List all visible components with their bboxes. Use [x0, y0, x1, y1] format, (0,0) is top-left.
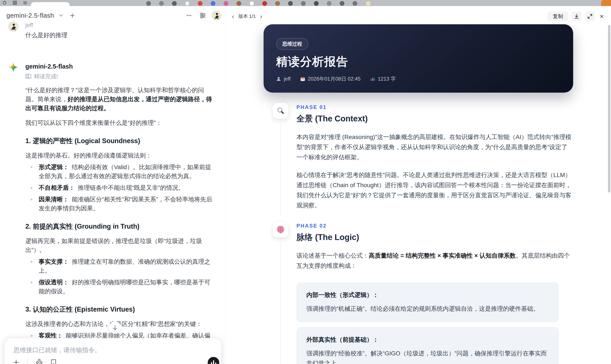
version-navigator: ‹ 版本 1/1 › [231, 13, 263, 20]
browser-grid-icon[interactable] [13, 0, 17, 5]
browser-extension-icon[interactable] [224, 1, 228, 6]
close-button[interactable]: × [598, 13, 605, 20]
browser-extension-icon[interactable] [327, 1, 332, 6]
user-message-avatar[interactable] [8, 22, 18, 32]
report-badge: 思维过程 [276, 38, 308, 50]
phase-intro-normal: 该论述基于一个核心公式： [296, 252, 369, 259]
chat-panel: gemini-2.5-flash + [0, 6, 225, 364]
browser-extension-icon[interactable] [275, 1, 280, 6]
model-settings-sliders-icon[interactable] [198, 11, 208, 20]
composer-placeholder[interactable]: 思维接口已就绪，请传输指令。 [4, 338, 221, 354]
phase-intro-paragraph: 该论述基于一个核心公式：高质量结论 = 结构完整性 × 事实准确性 × 认知自律… [296, 250, 573, 271]
browser-extension-icon[interactable] [237, 1, 241, 6]
artifact-content[interactable]: 思维过程 精读分析报告 jeff 2026年01月08日 02:45 1213 … [226, 24, 611, 364]
browser-extension-icon[interactable] [159, 1, 164, 6]
logic-dimension-cards: 内部一致性（形式逻辑）： 强调推理的“机械正确”。结论必须在给定的规则系统内逻辑… [296, 282, 559, 364]
fullscreen-button[interactable] [585, 11, 595, 21]
book-icon [25, 74, 31, 79]
more-options-icon[interactable] [184, 11, 194, 20]
browser-extension-icon[interactable] [262, 1, 267, 6]
report-wordcount: 1213 字 [370, 75, 396, 82]
arrow-down-icon [112, 325, 118, 331]
assistant-status-row: 精读完成! [25, 73, 216, 80]
download-icon [574, 13, 579, 19]
composer[interactable]: 思维接口已就绪，请传输指令。 [4, 338, 221, 364]
magnifier-icon [273, 103, 289, 119]
browser-extension-icon[interactable] [185, 1, 190, 6]
calendar-icon [300, 76, 305, 81]
phase-title: 全景 (The Context) [296, 113, 573, 124]
logic-card-2: 外部真实性（前提基础）： 强调推理的“经验校准”。解决“GIGO（垃圾进，垃圾出… [296, 327, 559, 364]
report-date: 2026年01月08日 02:45 [300, 75, 361, 82]
assistant-message: gemini-2.5-flash 精读完成! “什么是好的推理？”这是一个涉及逻… [8, 62, 216, 364]
composer-divider [27, 359, 28, 364]
browser-chrome [0, 0, 611, 6]
user-message-text: 什么是好的推理 [25, 31, 216, 39]
conversation-title[interactable]: gemini-2.5-flash [6, 12, 54, 19]
browser-sidebar-button[interactable] [601, 0, 611, 6]
browser-extension-icon[interactable] [172, 1, 177, 6]
waveform-bar [213, 360, 214, 364]
section-intro-2: 逻辑再完美，如果前提是错误的，推理也是垃圾（即“垃圾进，垃圾出”）。 [25, 237, 216, 255]
copy-button[interactable]: 复制 [548, 11, 568, 21]
browser-refresh-icon[interactable] [2, 0, 7, 5]
section-intro-1: 这是推理的基石。好的推理必须遵循逻辑法则： [25, 151, 216, 160]
voice-input-button[interactable] [208, 357, 219, 364]
browser-extension-icon[interactable] [288, 1, 293, 6]
browser-extension-icon[interactable] [340, 1, 345, 6]
scrollbar-thumb[interactable] [608, 25, 610, 193]
section-bullets-1: 形式逻辑：结构必须有效（Valid）。比如演绎推理中，如果前提全部为真，那么通过… [25, 163, 216, 213]
phase-intro-bold: 高质量结论 = 结构完整性 × 事实准确性 × 认知自律系数 [369, 252, 516, 259]
phase-label: PHASE 02 [296, 223, 573, 229]
browser-extension-icon[interactable] [211, 1, 215, 6]
gemini-logo-icon [8, 62, 18, 72]
artifact-actions: 复制 × [548, 11, 605, 21]
user-message-author: jeff [25, 22, 216, 29]
browser-extension-icon[interactable] [249, 1, 254, 6]
version-prev-button[interactable]: ‹ [231, 13, 235, 20]
phase-paragraph: 本内容是对“推理 (Reasoning)”这一抽象概念的高层建模。在知识爆炸与人… [296, 132, 573, 162]
phase-section-1: PHASE 01 全景 (The Context) 本内容是对“推理 (Reas… [264, 104, 573, 210]
browser-profile-avatar[interactable] [365, 1, 371, 6]
assistant-lead-paragraph: 我们可以从以下四个维度来衡量什么是“好的推理”： [25, 118, 216, 127]
version-next-button[interactable]: › [259, 13, 263, 20]
new-chat-button[interactable]: + [70, 11, 75, 20]
assistant-message-body: “什么是好的推理？”这是一个涉及逻辑学、认知科学和哲学核心的问题。简单来说，好的… [25, 86, 216, 364]
logic-card-text: 强调推理的“机械正确”。结论必须在给定的规则系统内逻辑自洽，这是推理的硬件基础。 [306, 304, 549, 314]
user-message-content: jeff 什么是好的推理 [25, 22, 216, 39]
section-heading-2: 2. 前提的真实性 (Grounding in Truth) [25, 222, 216, 231]
report-meta: jeff 2026年01月08日 02:45 1213 字 [276, 75, 396, 82]
attach-plus-icon[interactable] [13, 359, 20, 364]
phase-label: PHASE 01 [296, 104, 573, 110]
message-list[interactable]: jeff 什么是好的推理 [0, 20, 225, 364]
assistant-intro-paragraph: “什么是好的推理？”这是一个涉及逻辑学、认知科学和哲学核心的问题。简单来说，好的… [25, 86, 216, 113]
browser-tab[interactable] [31, 2, 70, 6]
bullet-term: 形式逻辑： [39, 164, 69, 170]
logic-card-title: 内部一致性（形式逻辑）： [306, 291, 549, 299]
browser-extension-icon[interactable] [301, 1, 306, 6]
download-button[interactable] [572, 11, 582, 21]
assistant-status-text: 精读完成! [34, 73, 58, 80]
scroll-to-bottom-button[interactable] [109, 322, 121, 334]
skills-diamonds-icon[interactable] [36, 359, 43, 364]
browser-extension-bar [146, 1, 579, 6]
browser-extension-icon[interactable] [146, 1, 151, 6]
user-avatar[interactable] [212, 11, 221, 20]
browser-extension-icon[interactable] [198, 1, 202, 6]
section-bullets-2: 事实支撑：推理建立在可靠的数据、准确的观测或公认的真理之上。 假设透明：好的推理… [25, 257, 216, 296]
bullet-item: 不自相矛盾：推理链条中不能出现“既是又非”的情况。 [25, 183, 216, 192]
browser-menu-icon[interactable] [23, 0, 27, 5]
report-author-text: jeff [284, 76, 291, 82]
browser-extension-icon[interactable] [314, 1, 319, 6]
bullet-item: 假设透明：好的推理会明确指明哪些是已知事实，哪些是基于可能的假设。 [25, 278, 216, 296]
bookmark-icon[interactable] [51, 359, 56, 364]
bullet-term: 因果清晰： [39, 196, 69, 203]
logic-card-text: 强调推理的“经验校准”。解决“GIGO（垃圾进，垃圾出）”问题，确保推理引擎运行… [306, 349, 549, 364]
chevron-down-icon[interactable] [58, 13, 64, 18]
user-message: jeff 什么是好的推理 [8, 22, 216, 39]
report-date-text: 2026年01月08日 02:45 [308, 75, 361, 82]
bullet-text: 推理链条中不能出现“既是又非”的情况。 [78, 184, 184, 191]
browser-extension-icon[interactable] [353, 1, 357, 6]
waveform-bar [215, 363, 216, 364]
expand-icon [587, 13, 593, 19]
